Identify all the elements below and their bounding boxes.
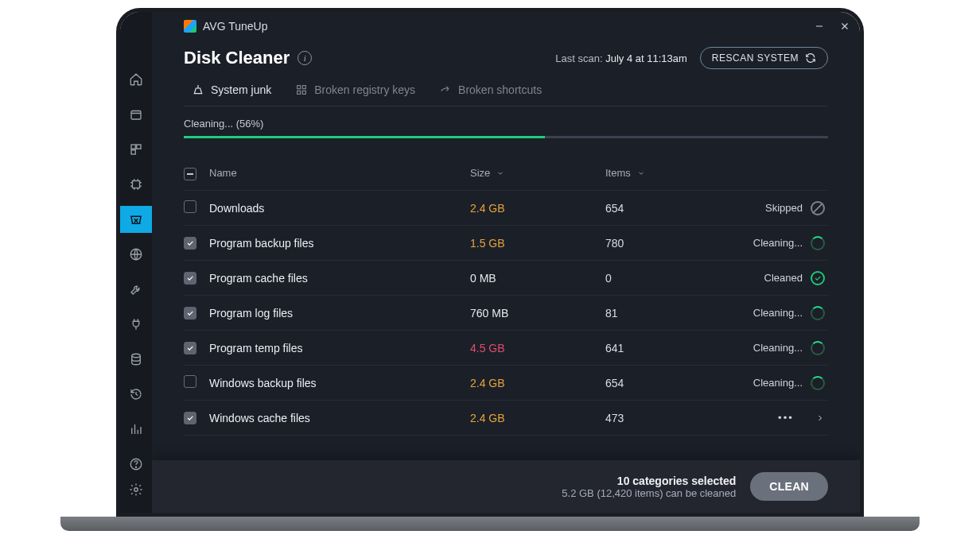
row-status: ••• <box>725 412 828 424</box>
tab-system-junk[interactable]: System junk <box>192 83 271 96</box>
app-title: AVG TuneUp <box>203 20 267 33</box>
row-checkbox[interactable] <box>184 307 196 320</box>
row-checkbox[interactable] <box>184 200 196 213</box>
table-row[interactable]: Program cache files0 MB0Cleaned <box>184 261 828 296</box>
sidebar-drive[interactable] <box>120 101 152 128</box>
rescan-button[interactable]: RESCAN SYSTEM <box>700 47 828 69</box>
row-items: 654 <box>605 377 725 389</box>
svg-rect-13 <box>303 91 306 94</box>
more-icon[interactable]: ••• <box>778 412 794 424</box>
table-header: Name Size Items <box>184 156 828 191</box>
spinner-icon <box>811 341 825 355</box>
table-row[interactable]: Program log files760 MB81Cleaning... <box>184 296 828 331</box>
page-title: Disk Cleaner <box>184 48 290 68</box>
app-logo-icon <box>184 20 196 33</box>
chevron-down-icon <box>637 169 645 177</box>
table-row[interactable]: Program backup files1.5 GB780Cleaning... <box>184 226 828 261</box>
progress-label: Cleaning... (56%) <box>184 118 828 130</box>
table-row[interactable]: Downloads2.4 GB654Skipped <box>184 191 828 226</box>
row-checkbox[interactable] <box>184 375 196 388</box>
sidebar-cpu[interactable] <box>120 171 152 198</box>
row-status: Skipped <box>725 201 828 215</box>
svg-rect-12 <box>298 91 301 94</box>
app-window: AVG TuneUp Disk Cleaner i Last scan: Jul… <box>120 12 860 513</box>
grid-icon <box>295 83 308 96</box>
footer-title: 10 categories selected <box>562 475 736 487</box>
sidebar-disk-cleaner[interactable] <box>120 206 152 233</box>
row-status: Cleaning... <box>725 376 828 390</box>
sidebar-chart[interactable] <box>120 416 152 443</box>
page-header: Disk Cleaner i Last scan: July 4 at 11:1… <box>152 41 860 77</box>
row-items: 473 <box>605 412 725 424</box>
last-scan-label: Last scan: <box>555 52 602 64</box>
row-size: 1.5 GB <box>470 237 605 250</box>
svg-rect-1 <box>131 145 135 149</box>
chevron-down-icon <box>496 169 504 177</box>
tab-shortcuts[interactable]: Broken shortcuts <box>439 83 542 96</box>
tab-label: Broken shortcuts <box>458 83 542 96</box>
sidebar-plug[interactable] <box>120 311 152 338</box>
row-status: Cleaning... <box>725 341 828 355</box>
row-name: Program backup files <box>209 237 470 250</box>
share-icon <box>439 83 452 96</box>
sidebar-settings[interactable] <box>120 476 152 503</box>
col-size[interactable]: Size <box>470 167 605 179</box>
select-all-checkbox[interactable] <box>184 168 196 180</box>
row-checkbox[interactable] <box>184 272 196 285</box>
row-size: 4.5 GB <box>470 342 605 354</box>
sidebar-wrench[interactable] <box>120 276 152 303</box>
sidebar-home[interactable] <box>120 66 152 93</box>
row-items: 654 <box>605 202 725 215</box>
svg-rect-0 <box>131 111 141 120</box>
row-items: 81 <box>605 307 725 320</box>
row-size: 2.4 GB <box>470 412 605 424</box>
row-name: Program temp files <box>209 342 470 354</box>
minimize-button[interactable] <box>814 21 825 32</box>
row-size: 0 MB <box>470 272 605 285</box>
clean-button[interactable]: CLEAN <box>750 472 828 501</box>
svg-rect-3 <box>131 150 135 154</box>
progress-section: Cleaning... (56%) <box>152 107 860 138</box>
sidebar-db[interactable] <box>120 346 152 373</box>
titlebar: AVG TuneUp <box>152 12 860 41</box>
svg-rect-11 <box>303 86 306 89</box>
row-checkbox[interactable] <box>184 237 196 250</box>
footer-sub: 5.2 GB (12,420 items) can be cleaned <box>562 487 736 499</box>
col-name[interactable]: Name <box>209 167 470 179</box>
tab-registry[interactable]: Broken registry keys <box>295 83 415 96</box>
spinner-icon <box>811 376 825 390</box>
svg-rect-4 <box>133 181 140 188</box>
row-status: Cleaning... <box>725 236 828 250</box>
svg-rect-10 <box>298 86 301 89</box>
sidebar-globe[interactable] <box>120 241 152 268</box>
close-button[interactable] <box>839 21 850 32</box>
broom-icon <box>192 83 204 96</box>
row-items: 641 <box>605 342 725 354</box>
row-checkbox[interactable] <box>184 342 196 354</box>
table-row[interactable]: Program temp files4.5 GB641Cleaning... <box>184 331 828 366</box>
refresh-icon <box>805 52 816 64</box>
results-table: Name Size Items Downloads2.4 GB654Skippe… <box>152 138 860 460</box>
row-size: 760 MB <box>470 307 605 320</box>
row-checkbox[interactable] <box>184 412 196 424</box>
clean-label: CLEAN <box>769 480 809 493</box>
table-row[interactable]: Windows backup files2.4 GB654Cleaning... <box>184 366 828 401</box>
skip-icon <box>811 201 825 215</box>
sidebar <box>120 12 152 513</box>
sidebar-apps[interactable] <box>120 136 152 163</box>
last-scan-value: July 4 at 11:13am <box>605 52 687 64</box>
footer-bar: 10 categories selected 5.2 GB (12,420 it… <box>152 460 860 513</box>
svg-point-8 <box>135 467 136 467</box>
row-items: 780 <box>605 237 725 250</box>
info-icon[interactable]: i <box>298 51 312 65</box>
table-row[interactable]: Windows cache files2.4 GB473••• <box>184 401 828 436</box>
row-status: Cleaned <box>725 271 828 285</box>
chevron-right-icon[interactable] <box>815 413 825 423</box>
spinner-icon <box>811 306 825 320</box>
row-status: Cleaning... <box>725 306 828 320</box>
sidebar-help[interactable] <box>120 451 152 478</box>
col-items[interactable]: Items <box>605 167 725 179</box>
tab-label: System junk <box>211 83 271 96</box>
sidebar-history[interactable] <box>120 381 152 408</box>
row-size: 2.4 GB <box>470 202 605 215</box>
